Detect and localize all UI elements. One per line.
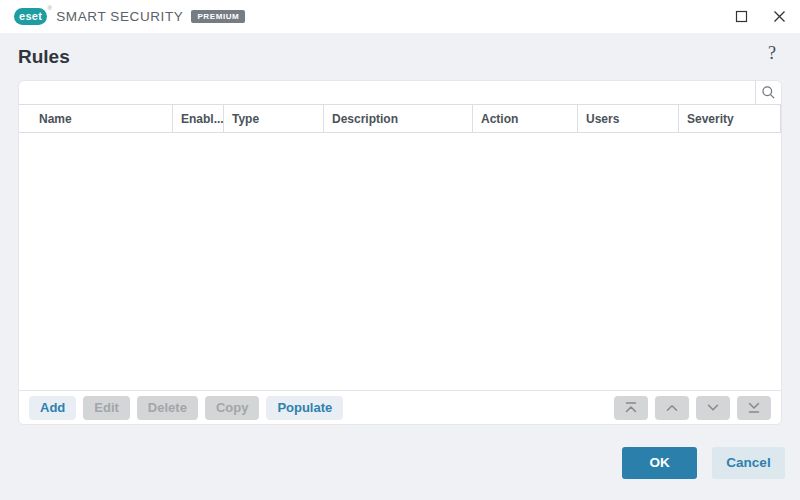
table-header-row: Name Enabl... Type Description Action Us… xyxy=(19,105,781,133)
delete-button: Delete xyxy=(137,396,198,420)
add-button[interactable]: Add xyxy=(29,396,76,420)
column-header-enabled[interactable]: Enabl... xyxy=(173,105,224,132)
window-titlebar: eset ® SMART SECURITY PREMIUM xyxy=(0,0,800,33)
page-title: Rules xyxy=(18,46,70,68)
window-controls xyxy=(732,0,788,33)
move-button-group xyxy=(614,396,771,420)
edit-button: Edit xyxy=(83,396,130,420)
column-header-users[interactable]: Users xyxy=(578,105,679,132)
move-up-icon xyxy=(655,396,689,420)
column-header-name[interactable]: Name xyxy=(19,105,173,132)
column-header-severity[interactable]: Severity xyxy=(679,105,781,132)
registered-trademark: ® xyxy=(47,5,52,11)
move-top-icon xyxy=(614,396,648,420)
search-row xyxy=(19,81,781,105)
rules-toolbar: Add Edit Delete Copy Populate xyxy=(19,390,781,424)
eset-logo-text: eset xyxy=(19,10,42,22)
maximize-icon[interactable] xyxy=(732,8,750,26)
rules-table-body-empty xyxy=(19,133,781,390)
premium-badge: PREMIUM xyxy=(191,10,245,23)
search-icon[interactable] xyxy=(755,81,781,104)
column-header-type[interactable]: Type xyxy=(224,105,324,132)
populate-button[interactable]: Populate xyxy=(266,396,343,420)
eset-logo: eset ® xyxy=(14,8,47,25)
ok-button[interactable]: OK xyxy=(622,447,697,479)
column-header-action[interactable]: Action xyxy=(473,105,578,132)
dialog-footer: OK Cancel xyxy=(0,425,800,500)
page-header: Rules ? xyxy=(0,33,800,80)
close-icon[interactable] xyxy=(770,8,788,26)
help-icon[interactable]: ? xyxy=(768,43,776,64)
cancel-button[interactable]: Cancel xyxy=(712,447,785,479)
rules-panel: Name Enabl... Type Description Action Us… xyxy=(18,80,782,425)
copy-button: Copy xyxy=(205,396,260,420)
search-input[interactable] xyxy=(19,81,755,104)
column-header-description[interactable]: Description xyxy=(324,105,473,132)
move-down-icon xyxy=(696,396,730,420)
product-name: SMART SECURITY xyxy=(56,9,183,24)
move-bottom-icon xyxy=(737,396,771,420)
